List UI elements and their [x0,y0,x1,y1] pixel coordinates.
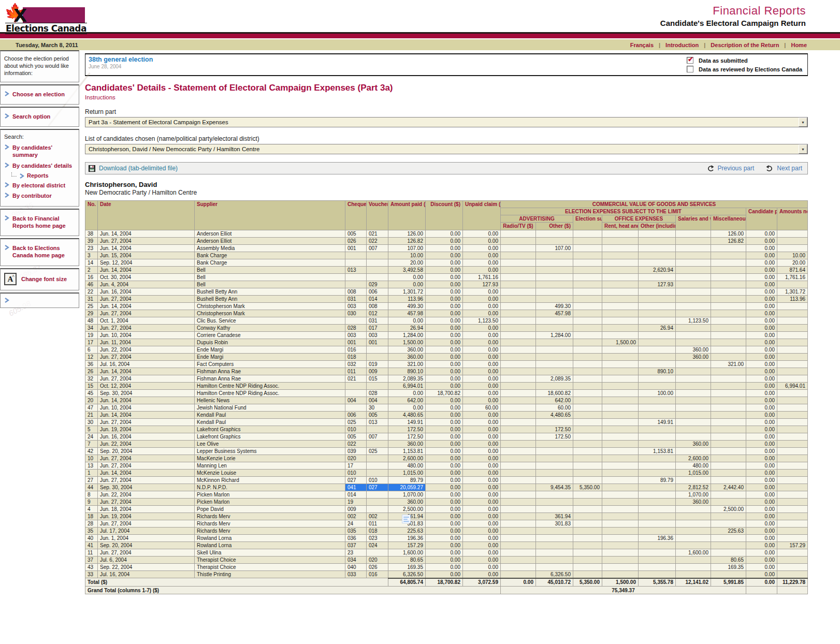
expenses-table: No. Date Supplier Cheque no. Voucher no.… [85,200,808,594]
nav-link-francais[interactable]: Français [630,42,654,48]
cell-voucher: 017 [367,324,388,331]
next-arrow-icon [765,165,774,172]
cell-misc [711,513,746,520]
table-row: 17Jun. 11, 2004Dupuis Robin0010011,500.0… [85,339,808,346]
cell-voucher [367,346,388,353]
cell-salaries: 1,600.00 [676,549,711,556]
table-row: 8Jun. 22, 2004Picken Marlon0141,070.000.… [85,491,808,498]
cell-salaries [676,324,711,331]
cell-supplier: Lakefront Graphics [195,426,345,433]
cell-rent [602,505,639,513]
cell-discount: 0.00 [426,440,463,447]
cell-misc [711,404,746,411]
data-as-reviewed-checkbox[interactable] [687,66,693,72]
table-row: 21Jun. 14, 2004Kendall Paul0060054,480.6… [85,411,808,418]
cell-voucher [367,469,388,476]
sidebar-item-by-electoral-district[interactable]: By electoral district [4,180,76,191]
cell-cheque: 032 [345,360,367,368]
cell-radio [501,346,536,353]
cell-rent [602,382,639,389]
cell-salaries [676,433,711,440]
cell-office_other [639,346,676,353]
cell-misc [711,455,746,462]
cell-supplier: Bank Charge [195,259,345,266]
nav-separator: | [659,42,660,48]
cell-voucher: 019 [367,360,388,368]
cell-voucher [367,382,388,389]
cell-date: Sep. 12, 2004 [98,259,195,266]
sidebar-item-back-elections-canada[interactable]: Back to Elections Canada home page [4,243,76,261]
cell-salaries [676,534,711,541]
nav-link-home[interactable]: Home [791,42,807,48]
sidebar-item-back-financial-reports[interactable]: Back to Financial Reports home page [4,213,76,231]
cell-salaries: 360.00 [676,353,711,360]
nav-link-description[interactable]: Description of the Return [711,42,779,48]
sidebar-item-by-contributor[interactable]: By contributor [4,191,76,201]
cell-radio [501,527,536,534]
sidebar-item-by-candidates-details[interactable]: By candidates' details [4,160,76,171]
change-font-size-button[interactable]: A^ Change font size [4,273,76,285]
cell-salaries [676,310,711,317]
elections-canada-logo[interactable]: 🍁 X Elections Canada [4,2,92,31]
cell-no: 35 [85,527,98,534]
cell-misc [711,266,746,273]
cell-misc [711,433,746,440]
cell-unpaid: 0.00 [463,302,501,310]
cell-radio [501,455,536,462]
sidebar-item-choose-election[interactable]: Choose an election [4,89,76,99]
cell-supplier: Richards Merv [195,527,345,534]
table-row: 5Jun. 19, 2004Lakefront Graphics010172.5… [85,426,808,433]
cell-personal: 0.00 [746,440,777,447]
previous-part-link[interactable]: Previous part [706,165,755,172]
cell-no: 5 [85,426,98,433]
election-link[interactable]: 38th general election [89,56,153,63]
cell-adv_other [536,534,573,541]
cell-misc: 2,500.00 [711,505,746,513]
cell-office_other: 1,153.81 [639,447,676,455]
cell-rent [602,397,639,404]
cell-office_other [639,295,676,302]
cell-rent [602,563,639,570]
cell-personal: 0.00 [746,346,777,353]
cell-salaries [676,259,711,266]
cell-office_other: 100.00 [639,389,676,397]
cell-discount: 0.00 [426,563,463,570]
group-header-office-expenses: OFFICE EXPENSES [602,215,676,223]
download-toolbar: Download (tab-delimited file) Previous p… [85,162,808,174]
cell-amount: 0.00 [388,317,426,324]
cell-unpaid: 0.00 [463,266,501,273]
cell-office_other [639,498,676,505]
crimson-band [0,32,840,38]
cell-no: 9 [85,498,98,505]
cell-date: Sep. 20, 2004 [98,447,195,455]
cell-rent [602,360,639,368]
cell-date: Jun. 16, 2004 [98,288,195,295]
data-as-submitted-checkbox[interactable] [687,57,693,64]
cell-not_included [777,310,808,317]
cell-rent [602,513,639,520]
instructions-link[interactable]: Instructions [85,94,808,100]
cell-voucher: 024 [367,541,388,549]
nav-link-introduction[interactable]: Introduction [665,42,699,48]
cell-personal: 0.00 [746,368,777,375]
chevron-right-icon [4,113,9,119]
sidebar-item-search-option[interactable]: Search option [4,111,76,122]
cell-personal: 0.00 [746,252,777,259]
cell-adv_other: 18,600.82 [536,389,573,397]
sidebar-item-reports[interactable]: Reports [11,171,76,180]
download-link[interactable]: Download (tab-delimited file) [89,165,178,172]
cell-not_included [777,476,808,484]
sidebar: 986.35 986.37 605.98 Choose the election… [0,50,79,310]
next-part-link[interactable]: Next part [765,165,802,172]
cell-discount: 0.00 [426,447,463,455]
sidebar-item-by-candidates-summary[interactable]: By candidates' summary [4,142,76,160]
return-part-select[interactable]: Part 3a - Statement of Electoral Campaig… [85,117,808,127]
cell-cheque: 035 [345,527,367,534]
cell-adv_other [536,382,573,389]
col-header-unpaid-claim: Unpaid claim ($) [463,201,501,230]
cell-no: 34 [85,324,98,331]
total-radio: 0.00 [501,578,536,587]
candidates-list-select[interactable]: Christopherson, David / New Democratic P… [85,144,808,154]
ballot-x-icon: X [13,5,27,26]
cell-supplier: Corriere Canadese [195,331,345,339]
